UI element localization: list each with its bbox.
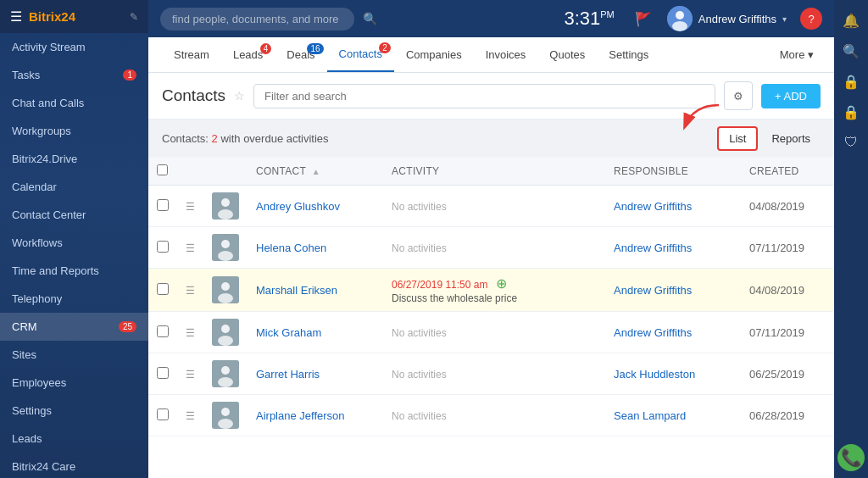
- tab-more[interactable]: More ▾: [773, 38, 821, 71]
- svg-point-21: [218, 419, 233, 429]
- add-activity-icon[interactable]: ⊕: [496, 276, 507, 291]
- sidebar-item-bitrix-drive[interactable]: Bitrix24.Drive: [0, 145, 148, 173]
- contact-avatar-cell: [203, 186, 248, 227]
- responsible-cell: Andrew Griffiths: [605, 312, 741, 353]
- row-checkbox[interactable]: [157, 367, 169, 379]
- help-button[interactable]: ?: [800, 8, 822, 30]
- row-checkbox[interactable]: [157, 325, 169, 337]
- tab-settings[interactable]: Settings: [597, 38, 660, 71]
- created-date: 07/11/2019: [749, 242, 804, 254]
- sidebar-item-leads[interactable]: Leads: [0, 425, 148, 453]
- settings-button[interactable]: ⚙: [724, 81, 753, 110]
- responsible-link[interactable]: Andrew Griffiths: [614, 200, 692, 213]
- row-menu-icon[interactable]: ☰: [186, 369, 195, 381]
- col-header-contact[interactable]: CONTACT ▲: [248, 158, 383, 186]
- row-menu-icon[interactable]: ☰: [186, 285, 195, 297]
- add-contact-button[interactable]: + ADD: [761, 84, 821, 108]
- favorite-star-icon[interactable]: ☆: [234, 89, 245, 103]
- sidebar-item-activity-stream[interactable]: Activity Stream: [0, 33, 148, 61]
- row-menu-icon[interactable]: ☰: [186, 327, 195, 339]
- contact-avatar: [212, 402, 239, 429]
- row-actions-cell: ☰: [177, 227, 203, 269]
- row-actions-cell: ☰: [177, 269, 203, 312]
- lock-blue-icon[interactable]: 🔒: [837, 98, 865, 125]
- tab-quotes[interactable]: Quotes: [537, 38, 597, 71]
- contact-name-link[interactable]: Airplane Jefferson: [256, 409, 345, 422]
- responsible-link[interactable]: Andrew Griffiths: [614, 242, 692, 254]
- responsible-link[interactable]: Andrew Griffiths: [614, 326, 692, 339]
- shield-icon[interactable]: 🛡: [837, 129, 865, 156]
- col-header-created: CREATED: [741, 158, 834, 186]
- row-menu-icon[interactable]: ☰: [186, 201, 195, 213]
- contact-name-link[interactable]: Garret Harris: [256, 368, 320, 381]
- sidebar-item-bitrix24care[interactable]: Bitrix24 Care: [0, 453, 148, 478]
- contact-avatar-cell: [203, 269, 248, 312]
- lock-green-icon[interactable]: 🔒: [837, 68, 865, 95]
- sidebar-item-label: Workgroups: [12, 125, 71, 137]
- contact-name-link[interactable]: Mick Graham: [256, 326, 321, 339]
- responsible-link[interactable]: Andrew Griffiths: [614, 284, 692, 297]
- search-right-icon[interactable]: 🔍: [837, 37, 865, 64]
- tab-leads[interactable]: Leads 4: [221, 38, 275, 71]
- table-row: ☰ Helena Cohen No activities Andrew Grif…: [148, 227, 834, 269]
- edit-icon[interactable]: ✎: [130, 11, 138, 23]
- sidebar-item-telephony[interactable]: Telephony: [0, 285, 148, 313]
- sidebar-item-label: Telephony: [12, 292, 62, 305]
- crm-badge: 25: [119, 321, 136, 332]
- responsible-link[interactable]: Jack Huddleston: [614, 368, 695, 381]
- tasks-badge: 1: [123, 69, 136, 81]
- contact-name-cell: Mick Graham: [248, 312, 383, 353]
- sidebar-item-sites[interactable]: Sites: [0, 341, 148, 369]
- notifications-icon[interactable]: 🔔: [837, 7, 865, 34]
- row-checkbox[interactable]: [157, 199, 169, 211]
- flag-icon[interactable]: 🚩: [635, 11, 652, 27]
- row-checkbox[interactable]: [157, 409, 169, 420]
- row-checkbox[interactable]: [157, 283, 169, 295]
- tab-stream[interactable]: Stream: [162, 38, 221, 71]
- sidebar-item-settings[interactable]: Settings: [0, 397, 148, 425]
- row-menu-icon[interactable]: ☰: [186, 410, 195, 422]
- tab-deals[interactable]: Deals 16: [275, 38, 326, 71]
- select-all-checkbox[interactable]: [157, 164, 168, 175]
- hamburger-icon[interactable]: ☰: [10, 8, 22, 25]
- sidebar-item-employees[interactable]: Employees: [0, 369, 148, 397]
- contact-name-link[interactable]: Helena Cohen: [256, 242, 326, 254]
- responsible-link[interactable]: Sean Lampard: [614, 409, 686, 422]
- sidebar-item-crm[interactable]: CRM 25: [0, 313, 148, 341]
- tab-contacts[interactable]: Contacts 2: [327, 37, 394, 72]
- search-input[interactable]: [160, 8, 354, 31]
- activity-cell: No activities: [383, 186, 605, 227]
- sidebar-item-label: Contact Center: [12, 208, 86, 221]
- activity-date: 06/27/2019 11:50 am: [392, 279, 487, 291]
- reports-button[interactable]: Reports: [761, 128, 821, 149]
- sidebar-item-label: Time and Reports: [12, 264, 99, 277]
- activity-cell: 06/27/2019 11:50 am ⊕ Discuss the wholes…: [383, 269, 605, 312]
- contact-avatar: [212, 234, 239, 261]
- contact-name-link[interactable]: Andrey Glushkov: [256, 200, 340, 213]
- svg-point-9: [218, 251, 233, 261]
- col-header-check: [148, 158, 177, 186]
- sidebar-item-workgroups[interactable]: Workgroups: [0, 117, 148, 145]
- row-actions-cell: ☰: [177, 312, 203, 353]
- created-date: 07/11/2019: [749, 326, 804, 339]
- sidebar-item-contact-center[interactable]: Contact Center: [0, 201, 148, 229]
- contact-name-link[interactable]: Marshall Eriksen: [256, 284, 337, 297]
- tab-companies[interactable]: Companies: [394, 38, 474, 71]
- sidebar-item-chat-calls[interactable]: Chat and Calls: [0, 89, 148, 117]
- sidebar-item-calendar[interactable]: Calendar: [0, 173, 148, 201]
- sidebar-item-time-reports[interactable]: Time and Reports: [0, 257, 148, 285]
- created-cell: 04/08/2019: [741, 186, 834, 227]
- user-menu[interactable]: Andrew Griffiths ▾: [667, 6, 787, 31]
- sidebar-item-workflows[interactable]: Workflows: [0, 229, 148, 257]
- table-row: ☰ Marshall Eriksen 06/27/2019 11:50 am ⊕…: [148, 269, 834, 312]
- sidebar-item-tasks[interactable]: Tasks 1: [0, 61, 148, 89]
- col-header-actions: [177, 158, 203, 186]
- row-checkbox[interactable]: [157, 241, 169, 253]
- responsible-cell: Andrew Griffiths: [605, 227, 741, 269]
- call-icon[interactable]: 📞: [837, 444, 865, 471]
- tab-invoices[interactable]: Invoices: [474, 38, 538, 71]
- row-menu-icon[interactable]: ☰: [186, 242, 195, 254]
- created-cell: 04/08/2019: [741, 269, 834, 312]
- activity-cell: No activities: [383, 353, 605, 395]
- search-icon[interactable]: 🔍: [363, 12, 377, 25]
